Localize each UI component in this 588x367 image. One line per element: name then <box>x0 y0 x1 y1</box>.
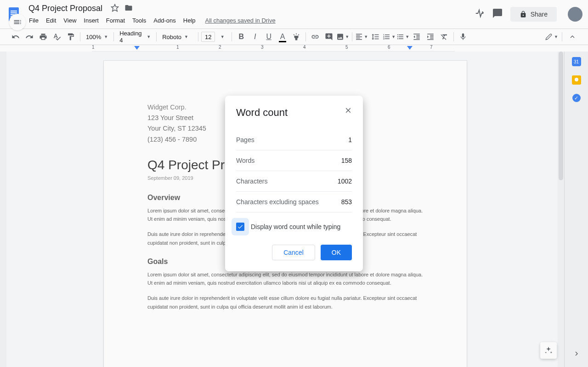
display-count-checkbox[interactable] <box>236 223 244 231</box>
modal-row: Pages 1 <box>236 130 352 150</box>
modal-row-value: 158 <box>341 157 352 164</box>
check-icon <box>237 224 243 230</box>
modal-row: Words 158 <box>236 150 352 171</box>
word-count-modal: Word count Pages 1 Words 158 Characters … <box>225 96 363 271</box>
ok-button[interactable]: OK <box>321 245 352 260</box>
modal-row: Characters 1002 <box>236 171 352 192</box>
modal-row-label: Characters excluding spaces <box>236 198 319 206</box>
modal-row-label: Words <box>236 157 254 164</box>
modal-row-value: 1 <box>348 136 352 143</box>
modal-overlay: Word count Pages 1 Words 158 Characters … <box>0 0 588 367</box>
close-icon[interactable] <box>343 105 354 116</box>
modal-row-label: Pages <box>236 136 254 143</box>
cancel-button[interactable]: Cancel <box>272 245 315 260</box>
modal-title: Word count <box>236 107 352 119</box>
modal-row-value: 853 <box>341 198 352 206</box>
modal-row-value: 1002 <box>338 178 352 185</box>
modal-row: Characters excluding spaces 853 <box>236 192 352 212</box>
checkbox-label: Display word count while typing <box>251 223 340 230</box>
modal-row-label: Characters <box>236 178 267 185</box>
